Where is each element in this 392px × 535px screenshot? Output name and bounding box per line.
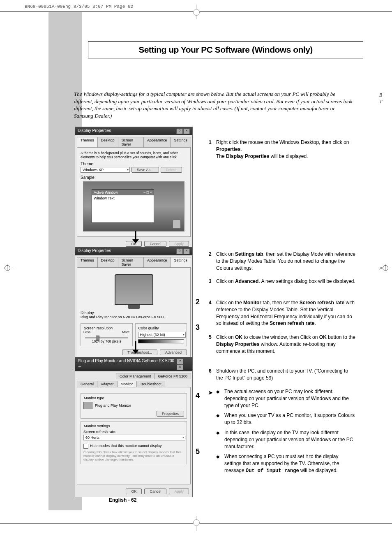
tab-geforce[interactable]: GeForce FX 5200 [154,373,191,379]
resolution-value: 1024 by 768 pixels [83,339,130,343]
tab-settings[interactable]: Settings [170,257,191,267]
flow-arrow-icon [131,341,140,354]
bold: Advanced [235,278,258,284]
hide-modes-checkbox[interactable] [83,444,88,449]
preview-window-buttons: – □ × [143,190,152,195]
troubleshoot-button[interactable]: Troubleshoot... [122,350,157,355]
cancel-button[interactable]: Cancel [144,489,166,494]
text: will be displayed. [269,153,308,159]
theme-preview: Active Window– □ × Window Text [83,181,184,232]
window-buttons: ?× [176,128,190,134]
window-text-sample: Window Text [92,195,154,201]
callout-2: 2 [196,298,200,306]
hide-modes-help: Clearing this check box allows you to se… [83,450,184,461]
resolution-slider[interactable] [85,337,128,338]
page-footer: English - 62 [109,497,136,503]
tab-desktop[interactable]: Desktop [97,137,118,147]
more-label: More [122,330,129,334]
theme-dropdown[interactable]: Windows XP [81,167,130,173]
bold: OK [235,334,242,340]
recycle-bin-icon [173,220,181,229]
monitor-properties-window: Plug and Play Monitor and NVIDIA GeForce… [75,357,193,497]
callout-4: 4 [196,391,200,400]
page-title: Setting up Your PC Software (Windows onl… [88,41,363,58]
tab-appearance[interactable]: Appearance [143,137,171,147]
callout-3: 3 [196,323,200,332]
tab-themes[interactable]: Themes [77,137,98,147]
note-item: When connecting a PC you must set it to … [216,453,356,474]
titlebar: Display Properties ?× [75,127,192,135]
display-label: Display: [81,310,187,315]
save-as-button[interactable]: Save As... [131,167,159,173]
tab-color-management[interactable]: Color Management [116,373,155,379]
print-slug: BN68-00951A-00Eng 8/3/05 3:07 PM Page 62 [25,4,133,9]
tab-monitor[interactable]: Monitor [117,381,137,387]
close-icon[interactable]: × [177,364,183,370]
text: . A new settings dialog box will be disp… [258,278,355,284]
step-1: 1 Right click the mouse on the Windows D… [216,139,356,160]
tab-general[interactable]: General [77,381,97,387]
note-item: When you use your TV as a PC monitor, it… [216,412,356,426]
tab-settings[interactable]: Settings [170,137,191,147]
help-icon[interactable]: ? [176,128,183,134]
advanced-button[interactable]: Advanced [160,350,187,355]
help-icon[interactable]: ? [176,248,183,254]
text: Click on [216,334,235,340]
svg-marker-1 [132,239,139,243]
text: Click on the [216,300,243,306]
tab-adapter[interactable]: Adapter [97,381,118,387]
page-number: English - 62 [109,497,136,503]
monitor-icon [83,402,92,409]
tabs: Themes Desktop Screen Saver Appearance S… [75,135,192,147]
step-5: 5 Click on OK to close the window, then … [216,334,356,354]
window-buttons: ?× [176,359,190,370]
note-item: In this case, the display on the TV may … [216,429,356,450]
color-quality-dropdown[interactable]: Highest (32 bit) [138,332,186,338]
code-text: Out of input range [246,468,299,474]
ok-button[interactable]: OK [126,489,142,494]
active-window-title: Active Window [94,190,118,195]
step-3: 3 Click on Advanced. A new settings dial… [216,278,356,285]
tabs: General Adapter Monitor Troubleshoot [75,379,192,387]
text: button to the [327,334,355,340]
refresh-rate-label: Screen refresh rate: [83,430,184,434]
bold: Monitor [243,300,261,306]
registration-mark-left [0,268,14,268]
tab-troubleshoot[interactable]: Troubleshoot [136,381,165,387]
tab-desktop[interactable]: Desktop [97,257,118,267]
bold: Settings tab [235,251,263,257]
tab-screensaver[interactable]: Screen Saver [118,137,144,147]
step-number: 3 [209,278,212,285]
bold: Display Properties [216,341,259,347]
step-4: 4 Click on the Monitor tab, then set the… [216,299,356,327]
text: to close the window, then Click on [242,334,319,340]
refresh-rate-dropdown[interactable]: 60 Hertz [83,435,185,440]
text: Click on [216,278,235,284]
monitor-settings-label: Monitor settings [83,424,111,428]
tabs: Themes Desktop Screen Saver Appearance S… [75,255,192,267]
monitor-preview-icon [115,274,153,305]
bold: Screen refresh rate [300,300,344,306]
help-icon[interactable]: ? [177,359,183,364]
step-number: 5 [209,334,212,341]
callout-5: 5 [196,447,200,456]
delete-button[interactable]: Delete [161,167,182,173]
properties-button[interactable]: Properties [157,411,184,417]
monitor-name: Plug and Play Monitor [95,403,131,408]
close-icon[interactable]: × [183,248,190,254]
apply-button[interactable]: Apply [169,489,189,494]
flow-arrow-icon [131,231,140,243]
text: tab, then set the [261,300,300,306]
cancel-button[interactable]: Cancel [144,241,166,247]
tab-themes[interactable]: Themes [77,257,98,267]
apply-button[interactable]: Apply [169,241,189,247]
tab-screensaver[interactable]: Screen Saver [118,257,144,267]
window-title: Display Properties [78,128,111,134]
close-icon[interactable]: × [183,128,190,134]
window-title: Display Properties [78,248,111,254]
tab-appearance[interactable]: Appearance [143,257,171,267]
step-2: 2 Click on Settings tab, then set the Di… [216,251,356,271]
text: . [315,320,316,326]
svg-marker-3 [132,350,139,354]
step-6: 6 Shutdown the PC, and connect it to you… [216,368,356,382]
